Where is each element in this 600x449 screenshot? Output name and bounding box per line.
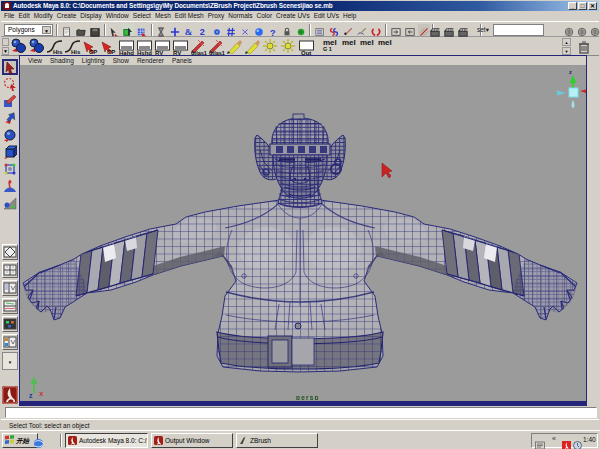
svg-text:persp: persp — [296, 394, 320, 400]
svg-text:x: x — [39, 389, 44, 398]
svg-text:?: ? — [270, 28, 276, 37]
svg-text:2: 2 — [200, 27, 205, 37]
svg-text:z: z — [29, 391, 33, 400]
svg-text:z: z — [569, 69, 572, 75]
svg-text:&: & — [185, 27, 193, 37]
